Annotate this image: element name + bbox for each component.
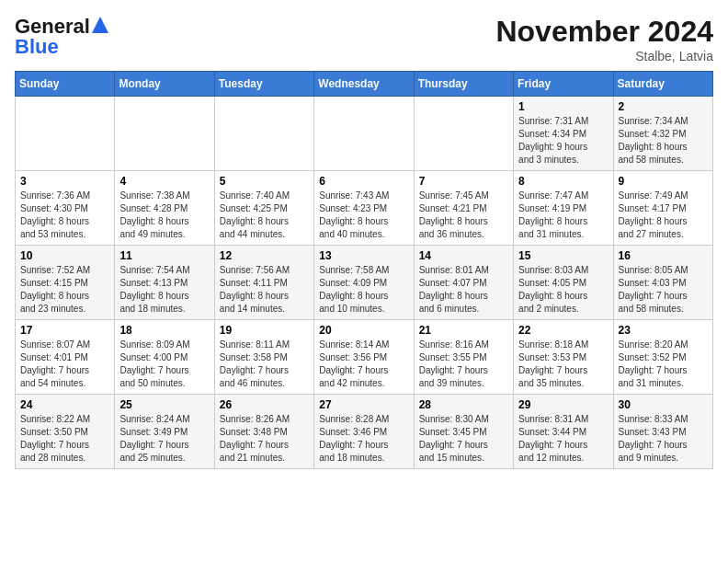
calendar-day-8: 8Sunrise: 7:47 AM Sunset: 4:19 PM Daylig… <box>514 171 613 246</box>
day-number: 23 <box>619 324 708 337</box>
calendar-empty-cell <box>314 97 414 171</box>
day-info: Sunrise: 7:31 AM Sunset: 4:34 PM Dayligh… <box>518 115 608 167</box>
day-info: Sunrise: 8:28 AM Sunset: 3:46 PM Dayligh… <box>319 413 408 465</box>
day-number: 16 <box>619 249 708 262</box>
calendar-day-9: 9Sunrise: 7:49 AM Sunset: 4:17 PM Daylig… <box>613 171 712 246</box>
day-info: Sunrise: 7:45 AM Sunset: 4:21 PM Dayligh… <box>419 190 508 241</box>
day-info: Sunrise: 8:16 AM Sunset: 3:55 PM Dayligh… <box>419 339 508 390</box>
calendar-day-29: 29Sunrise: 8:31 AM Sunset: 3:44 PM Dayli… <box>514 395 613 469</box>
day-info: Sunrise: 8:05 AM Sunset: 4:03 PM Dayligh… <box>619 264 708 316</box>
day-info: Sunrise: 8:26 AM Sunset: 3:48 PM Dayligh… <box>220 413 309 465</box>
day-info: Sunrise: 7:43 AM Sunset: 4:23 PM Dayligh… <box>319 190 408 241</box>
month-title: November 2024 <box>495 15 713 49</box>
day-info: Sunrise: 7:47 AM Sunset: 4:19 PM Dayligh… <box>518 190 608 241</box>
day-number: 25 <box>119 398 209 411</box>
day-number: 3 <box>20 175 109 188</box>
day-info: Sunrise: 7:49 AM Sunset: 4:17 PM Dayligh… <box>619 190 708 241</box>
calendar-day-3: 3Sunrise: 7:36 AM Sunset: 4:30 PM Daylig… <box>16 171 115 246</box>
weekday-header-row: SundayMondayTuesdayWednesdayThursdayFrid… <box>16 72 713 97</box>
day-info: Sunrise: 8:31 AM Sunset: 3:44 PM Dayligh… <box>518 413 608 465</box>
day-info: Sunrise: 8:24 AM Sunset: 3:49 PM Dayligh… <box>119 413 209 465</box>
day-number: 4 <box>119 175 209 188</box>
day-info: Sunrise: 7:40 AM Sunset: 4:25 PM Dayligh… <box>220 190 309 241</box>
calendar-day-27: 27Sunrise: 8:28 AM Sunset: 3:46 PM Dayli… <box>314 395 414 469</box>
calendar-day-16: 16Sunrise: 8:05 AM Sunset: 4:03 PM Dayli… <box>613 246 712 320</box>
svg-marker-0 <box>92 17 108 33</box>
calendar-day-1: 1Sunrise: 7:31 AM Sunset: 4:34 PM Daylig… <box>514 97 613 171</box>
day-number: 22 <box>518 324 608 337</box>
calendar-empty-cell <box>115 97 214 171</box>
calendar-day-10: 10Sunrise: 7:52 AM Sunset: 4:15 PM Dayli… <box>16 246 115 320</box>
calendar-week-row: 24Sunrise: 8:22 AM Sunset: 3:50 PM Dayli… <box>16 395 713 469</box>
calendar-day-14: 14Sunrise: 8:01 AM Sunset: 4:07 PM Dayli… <box>414 246 513 320</box>
weekday-header-wednesday: Wednesday <box>314 72 414 97</box>
day-number: 30 <box>619 398 708 411</box>
calendar-day-18: 18Sunrise: 8:09 AM Sunset: 4:00 PM Dayli… <box>115 320 214 395</box>
day-number: 11 <box>119 249 209 262</box>
day-number: 21 <box>419 324 508 337</box>
day-number: 24 <box>20 398 109 411</box>
day-info: Sunrise: 7:38 AM Sunset: 4:28 PM Dayligh… <box>119 190 209 241</box>
calendar-body: 1Sunrise: 7:31 AM Sunset: 4:34 PM Daylig… <box>16 97 713 469</box>
day-number: 9 <box>619 175 708 188</box>
day-info: Sunrise: 8:07 AM Sunset: 4:01 PM Dayligh… <box>20 339 109 390</box>
day-info: Sunrise: 8:01 AM Sunset: 4:07 PM Dayligh… <box>419 264 508 316</box>
calendar-day-26: 26Sunrise: 8:26 AM Sunset: 3:48 PM Dayli… <box>214 395 313 469</box>
calendar-day-6: 6Sunrise: 7:43 AM Sunset: 4:23 PM Daylig… <box>314 171 414 246</box>
logo-triangle-icon <box>92 17 108 33</box>
day-info: Sunrise: 8:30 AM Sunset: 3:45 PM Dayligh… <box>419 413 508 465</box>
weekday-header-friday: Friday <box>514 72 613 97</box>
day-info: Sunrise: 7:36 AM Sunset: 4:30 PM Dayligh… <box>20 190 109 241</box>
title-area: November 2024 Stalbe, Latvia <box>495 15 713 63</box>
calendar-week-row: 3Sunrise: 7:36 AM Sunset: 4:30 PM Daylig… <box>16 171 713 246</box>
day-info: Sunrise: 8:33 AM Sunset: 3:43 PM Dayligh… <box>619 413 708 465</box>
day-info: Sunrise: 8:20 AM Sunset: 3:52 PM Dayligh… <box>619 339 708 390</box>
day-number: 26 <box>220 398 309 411</box>
day-number: 12 <box>220 249 309 262</box>
weekday-header-tuesday: Tuesday <box>214 72 313 97</box>
day-number: 19 <box>220 324 309 337</box>
calendar-day-25: 25Sunrise: 8:24 AM Sunset: 3:49 PM Dayli… <box>115 395 214 469</box>
day-info: Sunrise: 7:58 AM Sunset: 4:09 PM Dayligh… <box>319 264 408 316</box>
day-number: 2 <box>619 100 708 113</box>
weekday-header-saturday: Saturday <box>613 72 712 97</box>
calendar-empty-cell <box>16 97 115 171</box>
weekday-header-thursday: Thursday <box>414 72 513 97</box>
day-number: 29 <box>518 398 608 411</box>
weekday-header-monday: Monday <box>115 72 214 97</box>
day-number: 7 <box>419 175 508 188</box>
day-number: 17 <box>20 324 109 337</box>
location-subtitle: Stalbe, Latvia <box>495 49 713 63</box>
calendar-week-row: 1Sunrise: 7:31 AM Sunset: 4:34 PM Daylig… <box>16 97 713 171</box>
calendar-day-13: 13Sunrise: 7:58 AM Sunset: 4:09 PM Dayli… <box>314 246 414 320</box>
calendar-day-17: 17Sunrise: 8:07 AM Sunset: 4:01 PM Dayli… <box>16 320 115 395</box>
logo: General Blue <box>15 15 108 59</box>
day-info: Sunrise: 8:09 AM Sunset: 4:00 PM Dayligh… <box>119 339 209 390</box>
day-info: Sunrise: 8:14 AM Sunset: 3:56 PM Dayligh… <box>319 339 408 390</box>
day-number: 15 <box>518 249 608 262</box>
day-number: 20 <box>319 324 408 337</box>
day-number: 10 <box>20 249 109 262</box>
day-info: Sunrise: 7:52 AM Sunset: 4:15 PM Dayligh… <box>20 264 109 316</box>
calendar-day-19: 19Sunrise: 8:11 AM Sunset: 3:58 PM Dayli… <box>214 320 313 395</box>
calendar-day-22: 22Sunrise: 8:18 AM Sunset: 3:53 PM Dayli… <box>514 320 613 395</box>
calendar-day-28: 28Sunrise: 8:30 AM Sunset: 3:45 PM Dayli… <box>414 395 513 469</box>
day-number: 6 <box>319 175 408 188</box>
day-number: 5 <box>220 175 309 188</box>
calendar-day-30: 30Sunrise: 8:33 AM Sunset: 3:43 PM Dayli… <box>613 395 712 469</box>
calendar-week-row: 17Sunrise: 8:07 AM Sunset: 4:01 PM Dayli… <box>16 320 713 395</box>
calendar-day-15: 15Sunrise: 8:03 AM Sunset: 4:05 PM Dayli… <box>514 246 613 320</box>
page-header: General Blue November 2024 Stalbe, Latvi… <box>15 15 713 63</box>
day-info: Sunrise: 8:18 AM Sunset: 3:53 PM Dayligh… <box>518 339 608 390</box>
day-info: Sunrise: 8:11 AM Sunset: 3:58 PM Dayligh… <box>220 339 309 390</box>
day-info: Sunrise: 7:34 AM Sunset: 4:32 PM Dayligh… <box>619 115 708 167</box>
day-info: Sunrise: 7:54 AM Sunset: 4:13 PM Dayligh… <box>119 264 209 316</box>
calendar-day-21: 21Sunrise: 8:16 AM Sunset: 3:55 PM Dayli… <box>414 320 513 395</box>
calendar-table: SundayMondayTuesdayWednesdayThursdayFrid… <box>15 71 713 469</box>
calendar-day-23: 23Sunrise: 8:20 AM Sunset: 3:52 PM Dayli… <box>613 320 712 395</box>
calendar-day-5: 5Sunrise: 7:40 AM Sunset: 4:25 PM Daylig… <box>214 171 313 246</box>
calendar-empty-cell <box>414 97 513 171</box>
calendar-week-row: 10Sunrise: 7:52 AM Sunset: 4:15 PM Dayli… <box>16 246 713 320</box>
day-number: 18 <box>119 324 209 337</box>
day-number: 28 <box>419 398 508 411</box>
